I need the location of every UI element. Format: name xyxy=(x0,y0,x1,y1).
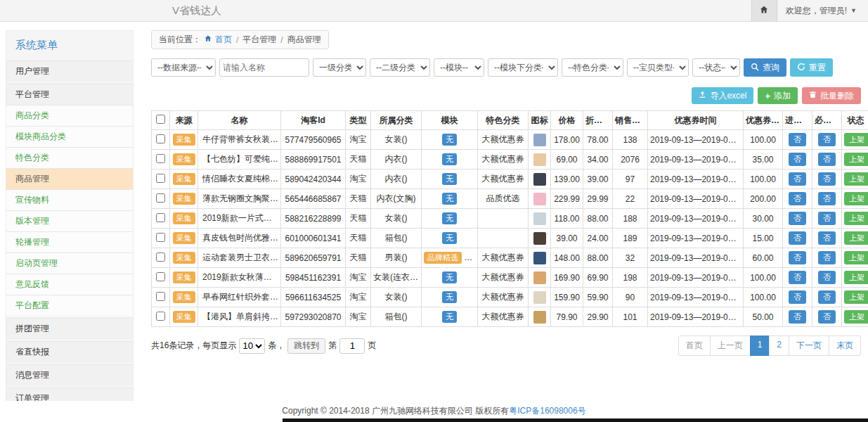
page-button[interactable]: 首页 xyxy=(678,335,711,356)
sidebar-item[interactable]: 特色分类 xyxy=(6,147,133,168)
filter-select-8[interactable]: --状态-- xyxy=(692,58,740,77)
import-select-toggle[interactable]: 否 xyxy=(789,212,806,225)
import-select-toggle[interactable]: 否 xyxy=(789,133,806,146)
user-menu[interactable]: 欢迎您，管理员! ▼ xyxy=(777,0,868,21)
sidebar-item[interactable]: 平台管理 xyxy=(6,84,133,105)
filter-select-3[interactable]: --二级分类-- xyxy=(370,58,430,77)
sidebar-item[interactable]: 意见反馈 xyxy=(6,274,133,295)
must-buy-toggle[interactable]: 否 xyxy=(818,271,836,284)
status-toggle[interactable]: 上架 xyxy=(844,133,868,146)
jump-button[interactable]: 跳转到 xyxy=(287,338,325,354)
must-buy-toggle[interactable]: 否 xyxy=(818,251,836,264)
page-button[interactable]: 2 xyxy=(769,335,789,356)
import-select-toggle[interactable]: 否 xyxy=(789,251,806,264)
import-excel-button[interactable]: 导入excel xyxy=(692,87,753,104)
row-checkbox[interactable] xyxy=(156,272,165,281)
status-toggle[interactable]: 上架 xyxy=(844,231,868,245)
filter-select-6[interactable]: --特色分类-- xyxy=(562,58,623,77)
sidebar-item[interactable]: 拼团管理 xyxy=(6,318,133,339)
icp-link[interactable]: 粤ICP备16098006号 xyxy=(509,406,585,416)
import-select-toggle[interactable]: 否 xyxy=(789,231,806,245)
import-select-toggle[interactable]: 否 xyxy=(789,290,806,304)
status-toggle[interactable]: 上架 xyxy=(844,212,868,225)
status-toggle[interactable]: 上架 xyxy=(844,271,868,284)
status-toggle[interactable]: 上架 xyxy=(844,153,868,166)
column-header: 价格 xyxy=(551,111,583,130)
sidebar-item[interactable]: 启动页管理 xyxy=(6,252,133,274)
batch-delete-button[interactable]: 批量删除 xyxy=(802,87,861,104)
sidebar-item[interactable]: 商品管理 xyxy=(6,168,133,189)
select-all-checkbox[interactable] xyxy=(156,115,165,124)
must-buy-toggle[interactable]: 否 xyxy=(818,310,836,324)
filter-select-5[interactable]: --模块下分类-- xyxy=(488,58,558,77)
page-button[interactable]: 1 xyxy=(750,335,770,356)
filter-select-0[interactable]: --数据来源-- xyxy=(151,58,216,77)
type-cell: 天猫 xyxy=(346,209,371,229)
status-toggle[interactable]: 上架 xyxy=(844,251,868,264)
must-buy-toggle[interactable]: 否 xyxy=(818,290,836,304)
filter-select-7[interactable]: --宝贝类型-- xyxy=(627,58,689,77)
source-badge: 采集 xyxy=(173,232,195,243)
status-toggle[interactable]: 上架 xyxy=(844,310,868,324)
row-checkbox[interactable] xyxy=(156,312,165,321)
page-button[interactable]: 下一页 xyxy=(789,335,829,356)
reset-button[interactable]: 重置 xyxy=(790,58,833,77)
status-toggle[interactable]: 上架 xyxy=(844,192,868,205)
filter-select-4[interactable]: --模块-- xyxy=(434,58,484,77)
breadcrumb-home-link[interactable]: 首页 xyxy=(215,34,232,46)
row-checkbox[interactable] xyxy=(156,174,165,183)
row-checkbox[interactable] xyxy=(156,213,165,222)
row-checkbox[interactable] xyxy=(156,134,165,143)
sidebar-item[interactable]: 模块商品分类 xyxy=(6,126,133,147)
coupon-amount-cell: 100.00 xyxy=(744,130,783,150)
sidebar-item[interactable]: 省直快报 xyxy=(6,341,133,362)
status-toggle[interactable]: 上架 xyxy=(844,290,868,304)
name-search-input[interactable] xyxy=(219,58,309,77)
source-cell: 采集 xyxy=(170,170,198,189)
row-checkbox[interactable] xyxy=(156,154,165,163)
coupon-amount-cell: 30.00 xyxy=(744,209,783,229)
row-checkbox[interactable] xyxy=(156,193,165,203)
page-button[interactable]: 末页 xyxy=(829,335,861,356)
row-checkbox[interactable] xyxy=(156,233,165,242)
jump-suffix: 页 xyxy=(368,340,376,352)
page-number-input[interactable] xyxy=(339,338,365,354)
sidebar-item[interactable]: 版本管理 xyxy=(6,210,133,231)
must-buy-toggle[interactable]: 否 xyxy=(818,212,836,225)
sidebar-item[interactable]: 轮播管理 xyxy=(6,231,133,252)
import-select-toggle[interactable]: 否 xyxy=(789,172,806,186)
add-button[interactable]: + 添加 xyxy=(758,87,798,104)
must-buy-toggle[interactable]: 否 xyxy=(818,133,836,146)
sidebar-item[interactable]: 宣传物料 xyxy=(6,189,133,210)
row-checkbox[interactable] xyxy=(156,252,165,262)
status-toggle[interactable]: 上架 xyxy=(844,172,868,186)
sidebar-item[interactable]: 商品分类 xyxy=(6,105,133,126)
import-select-toggle[interactable]: 否 xyxy=(789,310,806,324)
must-buy-toggle[interactable]: 否 xyxy=(818,172,836,186)
import-select-toggle[interactable]: 否 xyxy=(789,192,806,205)
must-buy-cell: 否 xyxy=(812,288,842,307)
sidebar-item[interactable]: 消息管理 xyxy=(6,364,133,385)
taoke-id-cell: 601000601341 xyxy=(281,229,346,248)
sidebar-item[interactable]: 用户管理 xyxy=(6,60,133,82)
source-badge: 采集 xyxy=(173,193,195,204)
must-buy-cell: 否 xyxy=(812,209,842,229)
filter-select-2[interactable]: 一级分类 xyxy=(313,58,366,77)
must-buy-toggle[interactable]: 否 xyxy=(818,192,836,205)
must-buy-toggle[interactable]: 否 xyxy=(818,231,836,245)
breadcrumb-separator: / xyxy=(280,35,283,45)
page-button[interactable]: 上一页 xyxy=(710,335,751,356)
must-buy-toggle[interactable]: 否 xyxy=(818,153,836,166)
search-button[interactable]: 查询 xyxy=(744,58,786,77)
coupon-amount-cell: 200.00 xyxy=(744,189,783,209)
page-size-select[interactable]: 10 xyxy=(239,338,265,354)
import-select-toggle[interactable]: 否 xyxy=(789,271,806,284)
sidebar-item[interactable]: 平台配置 xyxy=(6,295,133,316)
product-name: 真皮钱包时尚优雅女士... xyxy=(202,233,281,243)
home-button[interactable] xyxy=(751,0,777,21)
row-checkbox[interactable] xyxy=(156,292,165,301)
bottom-dark-strip xyxy=(283,418,868,422)
import-select-toggle[interactable]: 否 xyxy=(789,153,806,166)
taoke-id-cell: 596611634525 xyxy=(281,288,346,307)
sales-count-cell: 22 xyxy=(613,189,648,209)
